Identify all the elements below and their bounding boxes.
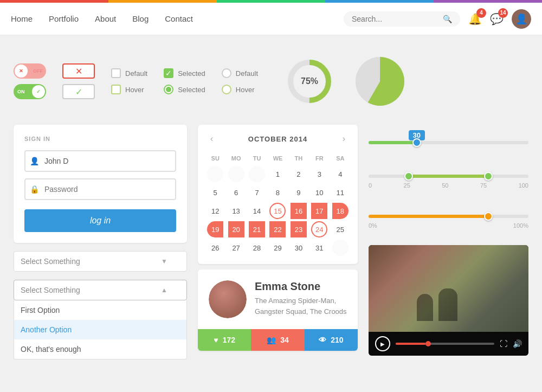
cal-day-21[interactable]: 21 — [249, 221, 265, 237]
avatar-face — [209, 280, 247, 318]
select2[interactable]: Select Something ▲ — [14, 280, 187, 300]
cal-day-24[interactable]: 24 — [311, 221, 327, 237]
select1-arrow: ▼ — [161, 258, 167, 265]
cal-day-12[interactable]: 12 — [207, 203, 223, 219]
toggle-off[interactable]: ✕ OFF — [14, 63, 46, 79]
nav-links: Home Portfolio About Blog Contact — [11, 11, 344, 26]
fullscreen-icon: ⛶ — [500, 339, 507, 348]
checkbox-hover[interactable] — [111, 85, 121, 94]
fullscreen-button[interactable]: ⛶ — [500, 339, 507, 348]
toggle-on[interactable]: ✓ ON — [14, 84, 46, 99]
check-toggle-unchecked[interactable]: ✕ — [62, 63, 95, 79]
cal-day-4[interactable]: 4 — [332, 166, 349, 182]
cal-day-10[interactable]: 10 — [311, 184, 327, 201]
notifications-icon[interactable]: 🔔 4 — [468, 12, 482, 25]
cal-prev-button[interactable]: ‹ — [206, 133, 217, 145]
cal-day-22[interactable]: 22 — [269, 221, 286, 237]
radio-hover[interactable] — [222, 85, 231, 94]
cal-day-15[interactable]: 15 — [269, 203, 286, 219]
cal-day-5[interactable]: 5 — [207, 184, 223, 201]
x-icon: ✕ — [75, 66, 82, 76]
cal-day-6[interactable]: 6 — [228, 184, 244, 201]
cal-dow-fr: FR — [310, 153, 328, 164]
cal-day-25[interactable]: 25 — [332, 221, 349, 237]
select2-container: Select Something ▲ First Option Another … — [14, 280, 187, 359]
radio-hover-item: Hover — [222, 85, 258, 94]
select2-option-3[interactable]: OK, that's enough — [14, 339, 186, 359]
slider2-thumb-left[interactable] — [404, 172, 413, 181]
cal-day-20[interactable]: 20 — [228, 221, 244, 237]
nav-home[interactable]: Home — [11, 11, 33, 26]
cal-day-31[interactable]: 31 — [311, 240, 327, 256]
share-icon: 👥 — [267, 336, 276, 344]
nav-portfolio[interactable]: Portfolio — [49, 11, 79, 26]
volume-button[interactable]: 🔊 — [513, 339, 522, 348]
cal-day-27[interactable]: 27 — [228, 240, 244, 256]
checkbox-hover-item: Hover — [111, 85, 147, 94]
check-toggle-checked[interactable]: ✓ — [62, 84, 95, 99]
nav-blog[interactable]: Blog — [132, 11, 149, 26]
cal-day-extra — [332, 240, 349, 256]
slider2-thumb-right[interactable] — [484, 172, 493, 181]
slider2-track[interactable] — [369, 175, 528, 178]
cal-day-13[interactable]: 13 — [228, 203, 244, 219]
checkbox-default-label: Default — [125, 69, 147, 78]
profile-card: Emma Stone The Amazing Spider-Man, Gangs… — [198, 269, 358, 351]
cal-day-1[interactable]: 1 — [269, 166, 286, 182]
video-progress[interactable] — [396, 343, 494, 345]
cal-day-16[interactable]: 16 — [291, 203, 307, 219]
select1[interactable]: Select Something ▼ — [14, 251, 187, 272]
cal-day-23[interactable]: 23 — [291, 221, 307, 237]
cal-day-2[interactable]: 2 — [291, 166, 307, 182]
shares-button[interactable]: 👥 34 — [251, 329, 304, 351]
slider3-label-0: 0% — [369, 222, 377, 229]
password-input[interactable] — [24, 178, 176, 200]
cal-day-30[interactable]: 30 — [291, 240, 307, 256]
avatar[interactable]: 👤 — [512, 9, 531, 29]
cal-day-29[interactable]: 29 — [269, 240, 286, 256]
nav-contact[interactable]: Contact — [165, 11, 193, 26]
slider3-thumb[interactable] — [484, 212, 493, 221]
cal-dow-th: TH — [289, 153, 308, 164]
figure2 — [438, 288, 457, 321]
slider1-thumb[interactable] — [412, 138, 421, 147]
select2-option-2[interactable]: Another Option — [14, 320, 186, 339]
radio-default[interactable] — [222, 68, 231, 78]
profile-movies: The Amazing Spider-Man, Gangster Squad, … — [255, 295, 347, 317]
cal-day-28[interactable]: 28 — [249, 240, 265, 256]
cal-day-3[interactable]: 3 — [311, 166, 327, 182]
radio-selected[interactable] — [164, 85, 173, 94]
cal-day-17[interactable]: 17 — [311, 203, 327, 219]
cal-day-11[interactable]: 11 — [332, 184, 349, 201]
username-input[interactable] — [24, 150, 176, 172]
checkbox-selected[interactable]: ✓ — [164, 68, 173, 78]
views-button[interactable]: 👁 210 — [305, 329, 358, 351]
video-figures — [417, 288, 457, 321]
cal-day-19[interactable]: 19 — [207, 221, 223, 237]
cal-day-9[interactable]: 9 — [291, 184, 307, 201]
toggle-group: ✕ OFF ✓ ON — [14, 63, 46, 99]
likes-button[interactable]: ♥ 172 — [198, 329, 251, 351]
search-bar[interactable]: 🔍 — [344, 11, 460, 27]
cal-day-14[interactable]: 14 — [249, 203, 265, 219]
user-icon: 👤 — [30, 157, 39, 165]
nav-about[interactable]: About — [95, 11, 116, 26]
cal-day-26[interactable]: 26 — [207, 240, 223, 256]
cal-day-7[interactable]: 7 — [249, 184, 265, 201]
slider1-track[interactable] — [369, 141, 528, 144]
cal-next-button[interactable]: › — [338, 133, 350, 145]
checkbox-default[interactable] — [111, 68, 121, 78]
search-input[interactable] — [352, 15, 438, 23]
play-button[interactable]: ▶ — [375, 336, 390, 351]
profile-avatar — [209, 280, 247, 318]
slider2-label-75: 75 — [480, 182, 487, 189]
cal-day-8[interactable]: 8 — [269, 184, 286, 201]
left-column: SIGN IN 👤 🔒 log in Select Something ▼ Se… — [14, 125, 187, 359]
login-button[interactable]: log in — [24, 209, 176, 232]
select2-option-1[interactable]: First Option — [14, 300, 186, 320]
cal-day-18[interactable]: 18 — [332, 203, 349, 219]
messages-icon[interactable]: 💬 14 — [490, 12, 504, 25]
slider3-track[interactable] — [369, 215, 528, 218]
calendar-header: ‹ OCTOBER 2014 › — [206, 133, 350, 145]
checkbox-default-item: Default — [111, 68, 147, 78]
